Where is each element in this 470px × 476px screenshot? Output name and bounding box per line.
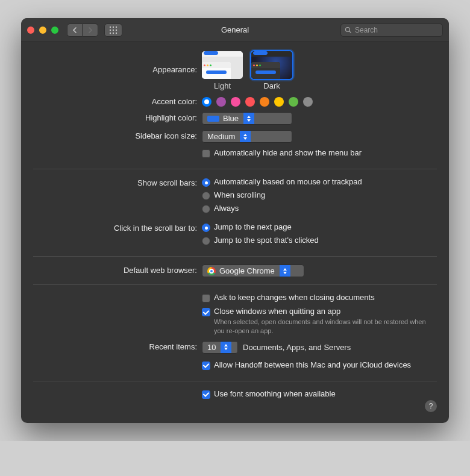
recent-items-suffix: Documents, Apps, and Servers xyxy=(243,343,351,352)
search-field[interactable] xyxy=(340,23,443,37)
svg-point-0 xyxy=(110,26,111,27)
nav-buttons xyxy=(67,23,98,37)
click-scrollbar-option-label: Jump to the next page xyxy=(214,222,292,231)
appearance-option-dark[interactable]: Dark xyxy=(251,51,292,90)
accent-color-swatch[interactable] xyxy=(245,97,255,107)
svg-point-7 xyxy=(113,32,114,33)
svg-point-6 xyxy=(110,32,111,33)
sidebar-icon-value: Medium xyxy=(207,132,235,141)
show-scroll-bars-option-label: Automatically based on mouse or trackpad xyxy=(214,177,362,186)
divider xyxy=(33,256,437,257)
default-browser-dropdown[interactable]: Google Chrome xyxy=(202,265,304,277)
accent-color-swatch[interactable] xyxy=(216,97,226,107)
show-scroll-bars-radio[interactable] xyxy=(202,178,210,187)
help-button[interactable]: ? xyxy=(425,400,437,412)
appearance-option-light[interactable]: Light xyxy=(202,51,243,90)
handoff-label: Allow Handoff between this Mac and your … xyxy=(214,360,411,369)
svg-point-1 xyxy=(113,26,114,27)
sidebar-icon-label: Sidebar icon size: xyxy=(33,130,202,140)
show-scroll-bars-option-label: Always xyxy=(214,204,239,213)
dark-thumbnail xyxy=(251,51,292,79)
browser-value: Google Chrome xyxy=(219,266,275,275)
accent-color-swatch[interactable] xyxy=(289,97,298,107)
scroll-bars-label: Show scroll bars: xyxy=(33,177,202,187)
click-scrollbar-radio[interactable] xyxy=(202,224,210,232)
svg-point-5 xyxy=(116,29,117,30)
accent-color-swatch[interactable] xyxy=(202,97,212,107)
highlight-color-chip xyxy=(207,116,219,122)
show-all-button[interactable] xyxy=(104,23,122,37)
stepper-arrows-icon xyxy=(280,265,290,277)
appearance-label: Appearance: xyxy=(33,51,202,74)
search-icon xyxy=(345,27,352,34)
font-smoothing-label: Use font smoothing when available xyxy=(214,389,336,398)
chevron-left-icon xyxy=(72,27,77,33)
font-smoothing-checkbox[interactable] xyxy=(202,390,210,399)
traffic-lights xyxy=(27,27,58,34)
click-scrollbar-option-label: Jump to the spot that's clicked xyxy=(214,236,319,245)
divider xyxy=(33,381,437,381)
ask-keep-changes-label: Ask to keep changes when closing documen… xyxy=(214,293,375,302)
auto-hide-menubar-label: Automatically hide and show the menu bar xyxy=(214,148,362,157)
svg-point-9 xyxy=(346,27,350,31)
chrome-icon xyxy=(207,267,216,275)
close-windows-checkbox[interactable] xyxy=(202,308,210,316)
accent-color-swatch[interactable] xyxy=(274,97,284,107)
preferences-window: General Appearance: Light xyxy=(21,18,449,423)
close-window-button[interactable] xyxy=(27,27,34,34)
accent-color-swatch[interactable] xyxy=(303,97,313,107)
svg-line-10 xyxy=(349,31,351,33)
stepper-arrows-icon xyxy=(240,131,251,142)
stepper-arrows-icon xyxy=(243,113,254,124)
accent-color-swatch[interactable] xyxy=(231,97,240,107)
recent-items-dropdown[interactable]: 10 xyxy=(202,341,238,354)
click-scrollbar-label: Click in the scroll bar to: xyxy=(33,222,202,233)
ask-keep-changes-checkbox[interactable] xyxy=(202,294,210,302)
sidebar-icon-size-dropdown[interactable]: Medium xyxy=(202,130,292,143)
highlight-value: Blue xyxy=(223,114,239,123)
divider xyxy=(33,169,437,169)
close-windows-hint: When selected, open documents and window… xyxy=(202,318,437,336)
accent-color-swatch[interactable] xyxy=(260,97,269,107)
content-area: Appearance: Light xyxy=(21,42,449,423)
recent-items-value: 10 xyxy=(207,343,216,352)
grid-icon xyxy=(109,26,118,34)
dark-caption: Dark xyxy=(251,81,292,90)
svg-point-8 xyxy=(116,32,117,33)
titlebar: General xyxy=(21,18,449,42)
chevron-right-icon xyxy=(88,27,93,33)
auto-hide-menubar-checkbox[interactable] xyxy=(202,149,210,158)
close-windows-label: Close windows when quitting an app xyxy=(214,307,340,316)
show-scroll-bars-radio[interactable] xyxy=(202,192,210,200)
show-scroll-bars-radio[interactable] xyxy=(202,205,210,213)
light-caption: Light xyxy=(202,81,243,90)
svg-point-2 xyxy=(116,26,117,27)
show-scroll-bars-option-label: When scrolling xyxy=(214,190,265,199)
click-scrollbar-radio[interactable] xyxy=(202,237,210,245)
highlight-color-dropdown[interactable]: Blue xyxy=(202,112,292,125)
back-button[interactable] xyxy=(67,23,83,37)
svg-point-4 xyxy=(113,29,114,30)
handoff-checkbox[interactable] xyxy=(202,362,210,370)
accent-color-row xyxy=(202,96,437,107)
forward-button[interactable] xyxy=(83,23,98,37)
minimize-window-button[interactable] xyxy=(39,27,46,34)
recent-items-label: Recent items: xyxy=(33,340,202,351)
zoom-window-button[interactable] xyxy=(51,27,58,34)
search-input[interactable] xyxy=(355,26,439,34)
light-thumbnail xyxy=(202,51,243,79)
stepper-arrows-icon xyxy=(221,342,231,353)
highlight-label: Highlight color: xyxy=(33,111,202,122)
accent-label: Accent color: xyxy=(33,95,202,106)
browser-label: Default web browser: xyxy=(33,264,202,275)
divider xyxy=(33,284,437,285)
svg-point-3 xyxy=(110,29,111,30)
